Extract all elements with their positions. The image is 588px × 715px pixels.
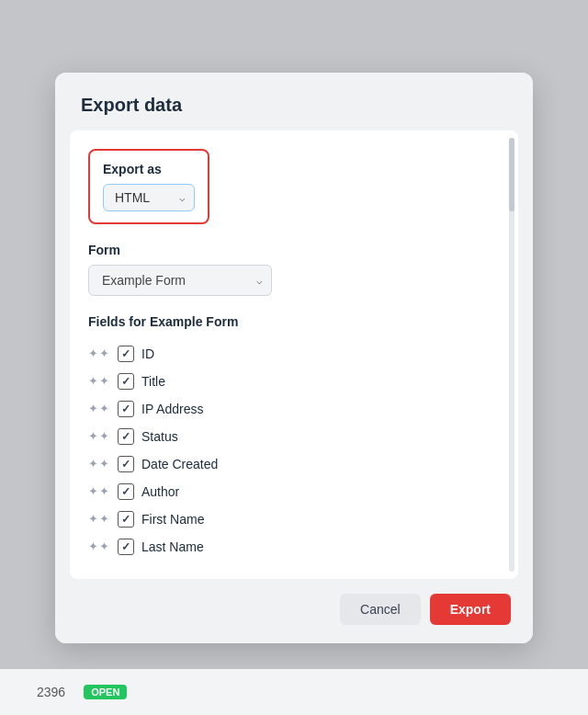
background-hint: 2396 OPEN [0, 669, 588, 715]
field-name-id: ID [141, 346, 154, 361]
drag-handle-icon[interactable]: ✦✦ [88, 374, 110, 388]
export-modal: Export data Export as HTML CSV JSON ⌵ Fo… [55, 73, 533, 643]
field-name-status: Status [141, 429, 178, 444]
drag-handle-icon[interactable]: ✦✦ [88, 457, 110, 471]
list-item: ✦✦ ✓ Last Name [88, 533, 500, 561]
checkmark-icon: ✓ [121, 403, 130, 414]
fields-section: Fields for Example Form ✦✦ ✓ ID ✦✦ ✓ [88, 314, 500, 561]
form-select-wrapper: Example Form Form 2 ⌵ [88, 265, 272, 296]
field-checkbox-id[interactable]: ✓ [118, 346, 134, 362]
background-badge: OPEN [84, 685, 127, 699]
checkmark-icon: ✓ [121, 514, 130, 525]
field-checkbox-ip[interactable]: ✓ [118, 401, 134, 417]
field-name-ip: IP Address [141, 402, 203, 416]
export-as-label: Export as [103, 162, 195, 176]
list-item: ✦✦ ✓ First Name [88, 505, 500, 533]
drag-handle-icon[interactable]: ✦✦ [88, 402, 110, 415]
modal-header: Export data [55, 73, 533, 131]
modal-overlay: Export data Export as HTML CSV JSON ⌵ Fo… [0, 0, 588, 715]
field-checkbox-title[interactable]: ✓ [118, 373, 134, 390]
modal-footer: Cancel Export [55, 579, 533, 643]
field-checkbox-date-created[interactable]: ✓ [118, 456, 134, 472]
list-item: ✦✦ ✓ Date Created [88, 450, 500, 478]
list-item: ✦✦ ✓ Author [88, 478, 500, 505]
export-button[interactable]: Export [430, 594, 511, 625]
drag-handle-icon[interactable]: ✦✦ [88, 346, 110, 360]
list-item: ✦✦ ✓ Status [88, 423, 500, 450]
field-checkbox-author[interactable]: ✓ [118, 483, 134, 500]
modal-body: Export as HTML CSV JSON ⌵ Form Example F… [70, 131, 518, 579]
cancel-button[interactable]: Cancel [340, 594, 421, 625]
drag-handle-icon[interactable]: ✦✦ [88, 429, 110, 443]
field-list: ✦✦ ✓ ID ✦✦ ✓ Title ✦✦ [88, 340, 500, 561]
format-select[interactable]: HTML CSV JSON [103, 184, 195, 211]
drag-handle-icon[interactable]: ✦✦ [88, 484, 110, 498]
field-name-title: Title [141, 374, 165, 389]
field-name-first-name: First Name [141, 512, 204, 527]
form-select[interactable]: Example Form Form 2 [88, 265, 272, 296]
scrollbar-thumb[interactable] [509, 138, 514, 211]
checkmark-icon: ✓ [121, 486, 130, 497]
list-item: ✦✦ ✓ IP Address [88, 395, 500, 423]
field-checkbox-first-name[interactable]: ✓ [118, 511, 134, 528]
fields-label: Fields for Example Form [88, 314, 500, 329]
field-name-last-name: Last Name [141, 539, 204, 554]
form-label: Form [88, 243, 500, 257]
scrollbar-track [509, 138, 514, 572]
checkmark-icon: ✓ [121, 431, 130, 442]
form-section: Form Example Form Form 2 ⌵ [88, 243, 500, 296]
list-item: ✦✦ ✓ ID [88, 340, 500, 368]
field-checkbox-status[interactable]: ✓ [118, 428, 134, 445]
checkmark-icon: ✓ [121, 541, 130, 552]
modal-title: Export data [81, 95, 507, 116]
drag-handle-icon[interactable]: ✦✦ [88, 539, 110, 553]
checkmark-icon: ✓ [121, 459, 130, 470]
field-name-date-created: Date Created [141, 457, 218, 471]
background-number: 2396 [37, 685, 65, 699]
list-item: ✦✦ ✓ Title [88, 368, 500, 395]
field-checkbox-last-name[interactable]: ✓ [118, 539, 134, 555]
export-as-section: Export as HTML CSV JSON ⌵ [88, 149, 209, 224]
drag-handle-icon[interactable]: ✦✦ [88, 512, 110, 526]
checkmark-icon: ✓ [121, 348, 130, 359]
checkmark-icon: ✓ [121, 376, 130, 387]
field-name-author: Author [141, 484, 179, 499]
format-select-wrapper: HTML CSV JSON ⌵ [103, 184, 195, 211]
